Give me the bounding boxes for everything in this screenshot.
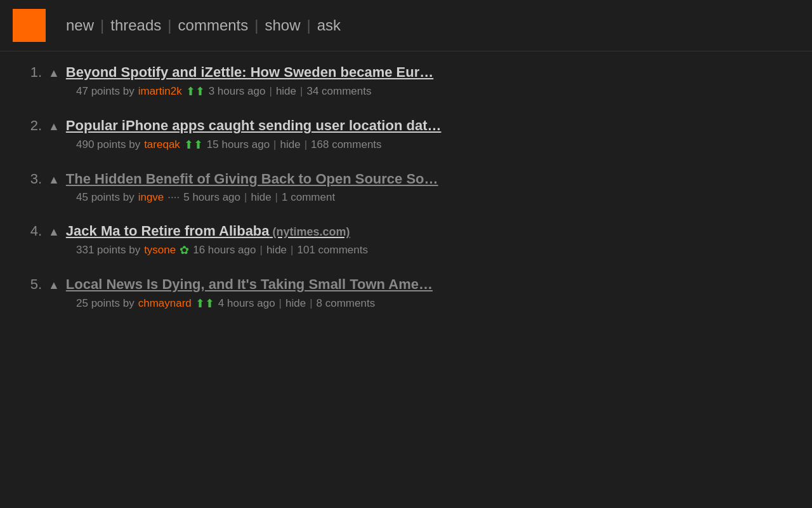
- user-karma-icon: ⬆⬆: [186, 84, 205, 98]
- story-points: 490 points by: [76, 138, 140, 151]
- story-meta: 331 points bytysone✿16 hours ago|hide|10…: [19, 243, 793, 257]
- story-points: 47 points by: [76, 85, 134, 98]
- story-title-row: 4.▲Jack Ma to Retire from Alibaba (nytim…: [19, 223, 793, 239]
- user-karma-icon: ⬆⬆: [195, 297, 214, 311]
- story-title-text: Local News Is Dying, and It's Taking Sma…: [66, 276, 433, 292]
- story-item: 5.▲Local News Is Dying, and It's Taking …: [19, 276, 793, 311]
- hide-link[interactable]: hide: [276, 85, 296, 98]
- nav-link-show[interactable]: show: [265, 17, 301, 34]
- nav-separator: |: [254, 17, 258, 34]
- nav-link-threads[interactable]: threads: [110, 17, 161, 34]
- story-title-text: Jack Ma to Retire from Alibaba: [66, 223, 270, 239]
- story-title-row: 2.▲Popular iPhone apps caught sending us…: [19, 117, 793, 134]
- nav-separator: |: [100, 17, 104, 34]
- story-title-link[interactable]: Beyond Spotify and iZettle: How Sweden b…: [66, 64, 433, 81]
- story-domain: (nytimes.com): [270, 225, 350, 238]
- user-karma-icon: ····: [167, 191, 180, 204]
- site-header: new|threads|comments|show|ask: [0, 0, 812, 51]
- story-user-link[interactable]: imartin2k: [138, 85, 182, 98]
- main-content: 1.▲Beyond Spotify and iZettle: How Swede…: [0, 51, 812, 342]
- story-number: 5.: [19, 276, 42, 293]
- hide-link[interactable]: hide: [251, 191, 271, 204]
- story-time: 3 hours ago: [209, 85, 266, 98]
- hide-link[interactable]: hide: [280, 138, 301, 151]
- meta-separator: |: [275, 191, 278, 204]
- comments-link[interactable]: 168 comments: [311, 138, 382, 151]
- nav-link-ask[interactable]: ask: [317, 17, 341, 34]
- story-meta: 47 points byimartin2k⬆⬆3 hours ago|hide|…: [19, 84, 793, 98]
- meta-separator: |: [304, 138, 307, 151]
- meta-separator: |: [273, 138, 276, 151]
- nav-separator: |: [307, 17, 311, 34]
- story-points: 25 points by: [76, 297, 134, 310]
- upvote-button[interactable]: ▲: [48, 120, 60, 133]
- story-title-text: The Hidden Benefit of Giving Back to Ope…: [66, 171, 438, 187]
- story-user-link[interactable]: tysone: [144, 244, 176, 257]
- meta-separator: |: [269, 85, 272, 98]
- main-nav: new|threads|comments|show|ask: [66, 17, 341, 34]
- story-title-row: 5.▲Local News Is Dying, and It's Taking …: [19, 276, 793, 293]
- story-number: 2.: [19, 117, 42, 134]
- meta-separator: |: [244, 191, 247, 204]
- user-karma-icon: ⬆⬆: [184, 138, 203, 152]
- upvote-button[interactable]: ▲: [48, 279, 60, 292]
- story-time: 15 hours ago: [207, 138, 270, 151]
- nav-link-comments[interactable]: comments: [178, 17, 249, 34]
- story-title-row: 1.▲Beyond Spotify and iZettle: How Swede…: [19, 64, 793, 81]
- story-title-link[interactable]: Popular iPhone apps caught sending user …: [66, 117, 442, 134]
- story-number: 3.: [19, 171, 42, 187]
- story-title-row: 3.▲The Hidden Benefit of Giving Back to …: [19, 171, 793, 187]
- story-meta: 45 points byingve····5 hours ago|hide|1 …: [19, 191, 793, 204]
- story-time: 5 hours ago: [183, 191, 240, 204]
- story-title-link[interactable]: The Hidden Benefit of Giving Back to Ope…: [66, 171, 438, 187]
- story-item: 2.▲Popular iPhone apps caught sending us…: [19, 117, 793, 152]
- upvote-button[interactable]: ▲: [48, 173, 60, 187]
- comments-link[interactable]: 34 comments: [306, 85, 371, 98]
- comments-link[interactable]: 8 comments: [317, 297, 376, 310]
- hide-link[interactable]: hide: [266, 244, 287, 257]
- story-time: 16 hours ago: [193, 244, 256, 257]
- story-title-text: Beyond Spotify and iZettle: How Sweden b…: [66, 64, 433, 80]
- meta-separator: |: [291, 244, 293, 257]
- story-number: 4.: [19, 223, 42, 239]
- story-title-text: Popular iPhone apps caught sending user …: [66, 117, 442, 133]
- story-user-link[interactable]: tareqak: [144, 138, 180, 151]
- story-user-link[interactable]: ingve: [138, 191, 164, 204]
- story-item: 1.▲Beyond Spotify and iZettle: How Swede…: [19, 64, 793, 98]
- story-item: 4.▲Jack Ma to Retire from Alibaba (nytim…: [19, 223, 793, 257]
- comments-link[interactable]: 1 comment: [282, 191, 335, 204]
- story-user-link[interactable]: chmaynard: [138, 297, 192, 310]
- nav-separator: |: [167, 17, 171, 34]
- story-meta: 490 points bytareqak⬆⬆15 hours ago|hide|…: [19, 138, 793, 152]
- story-title-link[interactable]: Local News Is Dying, and It's Taking Sma…: [66, 276, 433, 293]
- meta-separator: |: [279, 297, 282, 310]
- user-karma-icon: ✿: [180, 243, 189, 257]
- meta-separator: |: [310, 297, 312, 310]
- hide-link[interactable]: hide: [285, 297, 306, 310]
- comments-link[interactable]: 101 comments: [297, 244, 368, 257]
- meta-separator: |: [300, 85, 303, 98]
- upvote-button[interactable]: ▲: [48, 225, 60, 239]
- logo-box[interactable]: [13, 9, 46, 42]
- story-time: 4 hours ago: [218, 297, 275, 310]
- story-points: 45 points by: [76, 191, 134, 204]
- nav-link-new[interactable]: new: [66, 17, 94, 34]
- upvote-button[interactable]: ▲: [48, 67, 60, 80]
- story-points: 331 points by: [76, 244, 140, 257]
- story-title-link[interactable]: Jack Ma to Retire from Alibaba (nytimes.…: [66, 223, 350, 239]
- story-item: 3.▲The Hidden Benefit of Giving Back to …: [19, 171, 793, 204]
- meta-separator: |: [259, 244, 262, 257]
- story-number: 1.: [19, 64, 42, 81]
- story-meta: 25 points bychmaynard⬆⬆4 hours ago|hide|…: [19, 297, 793, 311]
